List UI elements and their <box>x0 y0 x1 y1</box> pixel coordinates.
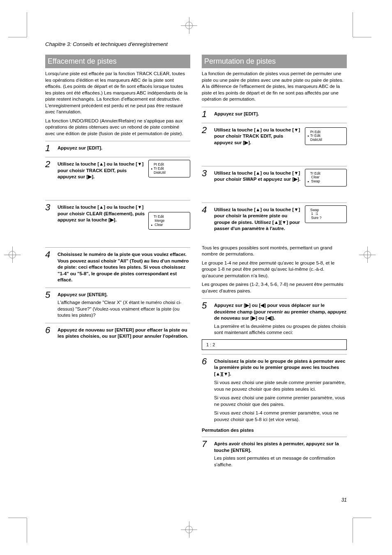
divider <box>202 354 347 355</box>
page-header: Chapitre 3: Conseils et techniques d'enr… <box>45 41 347 47</box>
triangle-right-icon: ▶ <box>252 315 256 320</box>
divider <box>202 166 347 166</box>
triangle-right-icon: ▶ <box>294 177 297 182</box>
step-text: Appuyez sur [EDIT]. <box>58 145 102 150</box>
step-number: 2 <box>45 160 54 196</box>
divider <box>202 437 347 437</box>
step-number: 3 <box>202 169 211 198</box>
subheading: Permutation des pistes <box>202 428 347 433</box>
triangle-down-icon: ▼ <box>282 220 286 225</box>
left-column: Effacement de pistes Lorsqu'une piste es… <box>45 55 190 470</box>
step: 4 Choisissez le numéro de la piste que v… <box>45 250 190 283</box>
lcd-screen: Tr Edit Clear ▸ Swap <box>305 169 347 187</box>
body-paragraph: Tous les groupes possibles sont montrés,… <box>202 245 347 258</box>
step-number: 4 <box>45 250 54 283</box>
triangle-up-icon: ▲ <box>99 205 104 210</box>
triangle-down-icon: ▼ <box>294 207 298 212</box>
step-text: Utilisez la touche [▲] ou la touche [▼] … <box>58 161 143 179</box>
step-number: 5 <box>45 290 54 319</box>
triangle-up-icon: ▲ <box>256 127 260 132</box>
step-number: 4 <box>202 205 211 242</box>
step-extra: L'affichage demande "Clear X" (X étant l… <box>58 299 190 319</box>
step: 6 Appuyez de nouveau sur [ENTER] pour ef… <box>45 326 190 340</box>
step-text: Utilisez la touche [▲] ou la touche [▼] … <box>214 127 300 145</box>
step: 5 Appuyez sur [▶] ou [◀] pour vous dépla… <box>202 301 347 336</box>
step-extra: La première et la deuxième pistes ou gro… <box>214 323 347 336</box>
registration-mark-right <box>359 246 376 263</box>
step-text: Appuyez sur [▶] ou [◀] pour vous déplace… <box>214 303 346 320</box>
lcd-screen: Pt Edit ▸Tr Edit DiskUtil <box>148 160 190 177</box>
section-title-left: Effacement de pistes <box>45 55 190 68</box>
step-text: Utilisez la touche [▲] ou la touche [▼] … <box>214 170 300 182</box>
body-paragraph: Si vous avez choisi 1-4 comme premier pa… <box>214 410 347 423</box>
step-number: 2 <box>202 126 211 162</box>
triangle-down-icon: ▼ <box>137 205 142 210</box>
divider <box>45 288 190 288</box>
step-number: 3 <box>45 203 54 243</box>
step-text: Choisissez la piste ou le groupe de pist… <box>214 359 346 376</box>
step-number: 5 <box>202 301 211 336</box>
lcd-screen: Swap 1 :1 Sure ? <box>305 205 347 223</box>
triangle-right-icon: ▶ <box>110 217 114 222</box>
lcd-screen: Pt Edit ▸Tr Edit DiskUtil <box>305 127 347 145</box>
divider <box>202 203 347 203</box>
page-content: Chapitre 3: Conseils et techniques d'enr… <box>45 41 347 470</box>
divider <box>45 247 190 248</box>
divider <box>202 123 347 123</box>
intro-paragraph: La fonction UNDO/REDO (Annuler/Refaire) … <box>45 118 190 137</box>
step: 2 Utilisez la touche [▲] ou la touche [▼… <box>45 160 190 196</box>
right-column: Permutation de pistes La fonction de per… <box>202 55 347 470</box>
step-number: 1 <box>45 144 54 153</box>
lcd-screen: Tr Edit Merge ▸ Clear <box>148 212 190 230</box>
triangle-down-icon: ▼ <box>294 127 298 132</box>
parameter-display-box: 1 : 2 <box>202 339 347 350</box>
registration-mark-left <box>4 246 21 263</box>
body-paragraph: Si vous avez choisi une paire comme prem… <box>214 395 347 408</box>
triangle-up-icon: ▲ <box>274 220 279 225</box>
triangle-right-icon: ▶ <box>245 303 249 308</box>
step: 4 Utilisez la touche [▲] ou la touche [▼… <box>202 205 347 242</box>
page-number: 31 <box>341 497 347 503</box>
triangle-down-icon: ▼ <box>137 161 142 166</box>
triangle-left-icon: ◀ <box>267 315 271 320</box>
step-extra: Les pistes sont permutées et un message … <box>214 455 347 468</box>
step-text: Utilisez la touche [▲] ou la touche [▼] … <box>58 205 145 222</box>
section-title-right: Permutation de pistes <box>202 55 347 68</box>
intro-paragraph: Lorsqu'une piste est effacée par la fonc… <box>45 71 190 115</box>
step-number: 6 <box>202 357 211 426</box>
divider <box>45 141 190 141</box>
triangle-up-icon: ▲ <box>256 207 260 212</box>
step-text: Choisissez le numéro de la piste que vou… <box>58 252 189 282</box>
step: 1 Appuyez sur [EDIT]. <box>202 110 347 119</box>
divider <box>202 107 347 107</box>
step: 2 Utilisez la touche [▲] ou la touche [▼… <box>202 126 347 162</box>
divider <box>45 157 190 157</box>
body-paragraph: Le groupe 1-4 ne peut être permuté qu'av… <box>202 260 347 279</box>
triangle-up-icon: ▲ <box>216 371 220 376</box>
triangle-up-icon: ▲ <box>256 170 260 175</box>
step-text: Appuyez de nouveau sur [ENTER] pour effa… <box>58 327 188 339</box>
step-number: 1 <box>202 110 211 119</box>
step: 7 Après avoir choisi les pistes à permut… <box>202 440 347 468</box>
body-paragraph: Les groupes de paires (1-2, 3-4, 5-6, 7-… <box>202 281 347 294</box>
divider <box>45 323 190 323</box>
step: 5 Appuyez sur [ENTER]. L'affichage deman… <box>45 290 190 319</box>
triangle-up-icon: ▲ <box>99 161 104 166</box>
step: 3 Utilisez la touche [▲] ou la touche [▼… <box>202 169 347 198</box>
step-text: Appuyez sur [EDIT]. <box>214 111 259 116</box>
step: 1 Appuyez sur [EDIT]. <box>45 144 190 153</box>
step-text: Après avoir choisi les pistes à permuter… <box>214 441 339 453</box>
intro-paragraph: La fonction de permutation de pistes vou… <box>202 71 347 103</box>
step-number: 6 <box>45 326 54 340</box>
step-number: 7 <box>202 440 211 468</box>
registration-mark-bottom <box>181 521 197 538</box>
step: 3 Utilisez la touche [▲] ou la touche [▼… <box>45 203 190 243</box>
divider <box>202 298 347 299</box>
triangle-left-icon: ◀ <box>261 303 264 308</box>
step: 6 Choisissez la piste ou le groupe de pi… <box>202 357 347 426</box>
body-paragraph: Si vous avez choisi une piste seule comm… <box>214 380 347 392</box>
triangle-right-icon: ▶ <box>244 140 248 145</box>
step-text: Appuyez sur [ENTER]. <box>58 292 108 297</box>
registration-mark-top <box>181 17 197 34</box>
triangle-down-icon: ▼ <box>224 371 228 376</box>
